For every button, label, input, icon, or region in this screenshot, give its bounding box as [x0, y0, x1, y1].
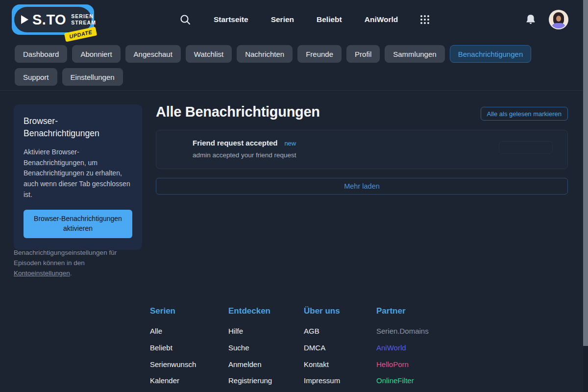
nav-link-aniworld[interactable]: AniWorld: [365, 15, 398, 24]
nav-link-startseite[interactable]: Startseite: [214, 15, 248, 24]
tab-einstellungen[interactable]: Einstellungen: [62, 68, 123, 86]
notification-title: Friend request accepted: [193, 139, 277, 147]
footer-link-agb[interactable]: AGB: [304, 327, 376, 336]
account-settings-link[interactable]: Kontoeinstellungen: [14, 270, 70, 277]
page-title: Alle Benachrichtigungen: [156, 104, 320, 120]
avatar-face: [556, 16, 561, 22]
tab-profil[interactable]: Profil: [346, 45, 380, 63]
logo-capsule: S.TO SERIEN STREAM: [14, 7, 92, 32]
notification-action-ghost[interactable]: [499, 141, 553, 154]
notifications-bell-icon[interactable]: [525, 14, 536, 25]
tab-nachrichten[interactable]: Nachrichten: [237, 45, 293, 63]
notification-item[interactable]: Friend request accepted new admin accept…: [156, 130, 568, 169]
tab-angeschaut[interactable]: Angeschaut: [125, 45, 181, 63]
logo-name: S.TO: [32, 12, 66, 28]
site-logo[interactable]: S.TO SERIEN STREAM UPDATE: [12, 4, 94, 35]
profile-tabs: Dashboard Abonniert Angeschaut Watchlist…: [15, 45, 573, 86]
footer-link-alle[interactable]: Alle: [150, 327, 228, 336]
notification-content: Friend request accepted new admin accept…: [193, 139, 296, 159]
play-icon: [21, 15, 28, 24]
browser-notifications-description: Aktiviere Browser-Benachrichtigungen, um…: [24, 147, 132, 200]
footer: Serien Alle Beliebt Serienwunsch Kalende…: [150, 306, 429, 392]
tab-sammlungen[interactable]: Sammlungen: [385, 45, 444, 63]
footer-column-ueber-uns: Über uns AGB DMCA Kontakt Impressum: [304, 306, 376, 392]
footer-column-serien: Serien Alle Beliebt Serienwunsch Kalende…: [150, 306, 228, 392]
footer-link-impressum[interactable]: Impressum: [304, 376, 376, 386]
episode-settings-note: Benachrichtigungseinstellungen für Episo…: [14, 248, 137, 279]
header-right: [525, 0, 567, 39]
user-avatar[interactable]: [550, 11, 567, 28]
page: S.TO SERIEN STREAM UPDATE Startseite Ser…: [0, 0, 588, 392]
footer-heading-entdecken: Entdecken: [228, 306, 304, 316]
load-more-button[interactable]: Mehr laden: [156, 178, 568, 195]
footer-link-anmelden[interactable]: Anmelden: [228, 360, 304, 369]
footer-heading-serien: Serien: [150, 306, 228, 316]
footer-link-helloporn[interactable]: HelloPorn: [376, 360, 429, 369]
header-divider: [0, 90, 588, 91]
footer-link-kalender[interactable]: Kalender: [150, 376, 228, 386]
tab-support[interactable]: Support: [15, 68, 57, 86]
logo-tagline-line1: SERIEN: [71, 13, 96, 20]
footer-link-beliebt[interactable]: Beliebt: [150, 343, 228, 353]
tab-benachrichtigungen[interactable]: Benachrichtigungen: [450, 45, 532, 63]
footer-link-aniworld[interactable]: AniWorld: [376, 343, 429, 353]
avatar-body: [552, 23, 565, 28]
footer-link-registrierung[interactable]: Registrierung: [228, 376, 304, 386]
footer-link-onlinefilter[interactable]: OnlineFilter: [376, 376, 429, 386]
tab-freunde[interactable]: Freunde: [297, 45, 342, 63]
note-text: Benachrichtigungseinstellungen für Episo…: [14, 249, 117, 267]
footer-link-serienwunsch[interactable]: Serienwunsch: [150, 360, 228, 369]
nav-link-serien[interactable]: Serien: [271, 15, 294, 24]
footer-heading-partner: Partner: [376, 306, 429, 316]
footer-link-suche[interactable]: Suche: [228, 343, 304, 353]
tab-abonniert[interactable]: Abonniert: [72, 45, 120, 63]
browser-notifications-title: Browser-Benachrichtigungen: [24, 115, 132, 139]
footer-column-entdecken: Entdecken Hilfe Suche Anmelden Registrie…: [228, 306, 304, 392]
footer-heading-ueber-uns: Über uns: [304, 306, 376, 316]
logo-tagline-line2: STREAM: [71, 20, 96, 26]
note-period: .: [70, 270, 72, 277]
tab-dashboard[interactable]: Dashboard: [15, 45, 67, 63]
enable-browser-notifications-button[interactable]: Browser-Benachrichtigungen aktivieren: [24, 210, 132, 238]
notification-new-badge: new: [284, 140, 296, 147]
nav-link-beliebt[interactable]: Beliebt: [317, 15, 342, 24]
main-nav: Startseite Serien Beliebt AniWorld: [179, 0, 429, 39]
footer-link-kontakt[interactable]: Kontakt: [304, 360, 376, 369]
apps-grid-icon[interactable]: [420, 15, 429, 24]
footer-link-dmca[interactable]: DMCA: [304, 343, 376, 353]
footer-column-partner: Partner Serien.Domains AniWorld HelloPor…: [376, 306, 429, 392]
notification-message: admin accepted your friend request: [193, 151, 296, 159]
mark-all-read-button[interactable]: Alle als gelesen markieren: [481, 107, 568, 121]
tab-watchlist[interactable]: Watchlist: [186, 45, 232, 63]
browser-notifications-card: Browser-Benachrichtigungen Aktiviere Bro…: [14, 104, 142, 250]
search-icon[interactable]: [179, 14, 191, 25]
logo-tagline: SERIEN STREAM: [71, 13, 96, 25]
scrollbar-thumb[interactable]: [583, 0, 588, 346]
footer-link-serien-domains[interactable]: Serien.Domains: [376, 327, 429, 336]
footer-link-hilfe[interactable]: Hilfe: [228, 327, 304, 336]
scrollbar-track[interactable]: [583, 0, 588, 392]
